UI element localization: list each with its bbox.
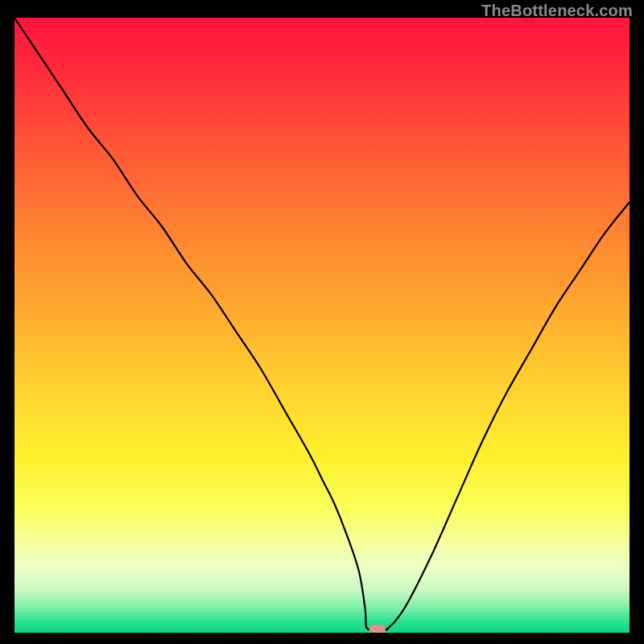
gradient-background — [14, 18, 630, 633]
plot-area — [14, 18, 630, 633]
chart-frame: TheBottleneck.com — [0, 0, 644, 644]
optimal-marker — [369, 625, 386, 633]
chart-svg — [14, 18, 630, 633]
